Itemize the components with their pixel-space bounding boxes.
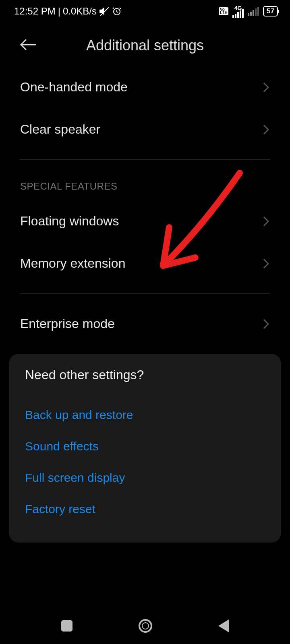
arrow-left-icon xyxy=(20,39,36,50)
chevron-right-icon xyxy=(263,82,270,93)
divider xyxy=(20,159,270,160)
navigation-bar xyxy=(0,608,290,644)
nav-recent-button[interactable] xyxy=(61,620,72,632)
mute-icon xyxy=(99,6,110,17)
signal-icon-2 xyxy=(248,7,259,16)
signal-icon xyxy=(232,9,244,18)
pipe: | xyxy=(58,6,60,17)
link-sound-effects[interactable]: Sound effects xyxy=(25,431,265,462)
back-icon xyxy=(218,619,229,632)
home-icon xyxy=(139,619,152,633)
divider xyxy=(20,293,270,294)
volte-icon: VoLTE xyxy=(219,7,228,15)
link-backup-restore[interactable]: Back up and restore xyxy=(25,399,265,431)
alarm-icon xyxy=(112,6,122,16)
item-label: Clear speaker xyxy=(20,122,100,137)
item-one-handed-mode[interactable]: One-handed mode xyxy=(0,66,290,108)
status-right: VoLTE 4G 57 xyxy=(219,5,278,18)
recent-apps-icon xyxy=(61,620,72,632)
section-special-features: SPECIAL FEATURES xyxy=(0,169,290,200)
chevron-right-icon xyxy=(263,124,270,135)
item-floating-windows[interactable]: Floating windows xyxy=(0,200,290,242)
other-settings-card: Need other settings? Back up and restore… xyxy=(9,354,281,543)
link-full-screen-display[interactable]: Full screen display xyxy=(25,462,265,493)
battery-icon: 57 xyxy=(263,6,278,17)
clock-text: 12:52 PM xyxy=(14,6,56,17)
page-title: Additional settings xyxy=(36,37,254,54)
chevron-right-icon xyxy=(263,318,270,330)
link-factory-reset[interactable]: Factory reset xyxy=(25,493,265,525)
item-enterprise-mode[interactable]: Enterprise mode xyxy=(0,303,290,345)
status-left: 12:52 PM | 0.0KB/s xyxy=(14,6,122,17)
item-memory-extension[interactable]: Memory extension xyxy=(0,242,290,285)
chevron-right-icon xyxy=(263,216,270,227)
card-title: Need other settings? xyxy=(25,367,265,382)
item-label: Enterprise mode xyxy=(20,316,115,331)
header: Additional settings xyxy=(0,21,290,66)
nav-home-button[interactable] xyxy=(139,619,152,633)
back-button[interactable] xyxy=(20,39,36,52)
item-clear-speaker[interactable]: Clear speaker xyxy=(0,108,290,151)
data-rate: 0.0KB/s xyxy=(63,6,97,17)
nav-back-button[interactable] xyxy=(218,619,229,632)
status-bar: 12:52 PM | 0.0KB/s VoLTE 4G 57 xyxy=(0,0,290,21)
chevron-right-icon xyxy=(263,258,270,269)
battery-level: 57 xyxy=(267,7,274,15)
item-label: Floating windows xyxy=(20,214,119,229)
item-label: Memory extension xyxy=(20,256,125,271)
item-label: One-handed mode xyxy=(20,80,128,95)
